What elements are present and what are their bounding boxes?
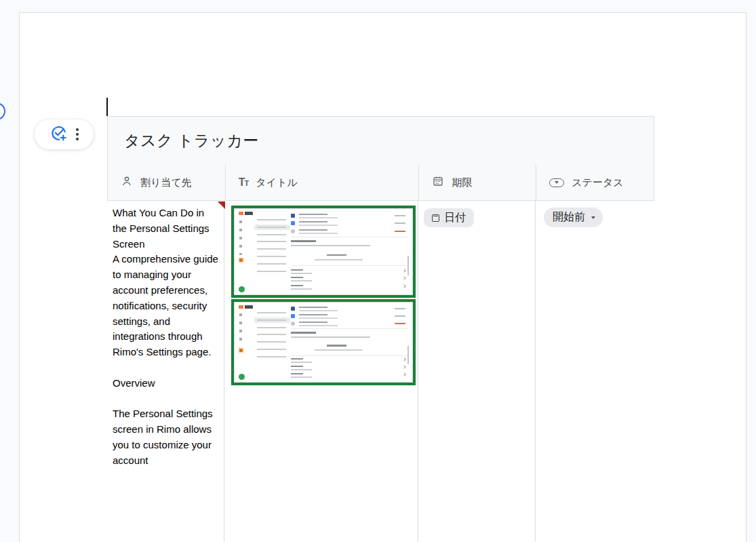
settings-screenshot-preview [234,302,413,383]
column-label: タイトル [256,176,297,189]
check-circle-plus-icon [49,124,68,144]
text-format-icon: Tt [239,176,249,189]
table-title: タスク トラッカー [124,130,259,151]
settings-screenshot-preview [234,208,413,295]
calendar-small-icon [432,214,439,222]
column-header-due[interactable]: 期限 [418,165,536,200]
person-icon [121,175,133,190]
assignee-paragraph: A comprehensive guide to managing your a… [113,252,221,360]
column-divider [535,201,536,542]
more-options-button[interactable] [76,128,79,140]
calendar-icon [432,175,444,190]
task-title-image-1[interactable] [231,206,416,298]
column-divider [418,201,418,542]
table-hover-toolbar [34,119,94,150]
status-chip[interactable]: 開始前 [544,208,603,227]
due-date-chip-label: 日付 [444,211,466,225]
column-label: ステータス [572,176,623,189]
due-date-chip[interactable]: 日付 [424,208,474,227]
column-divider [224,201,224,542]
column-label: 期限 [452,176,472,189]
assignee-paragraph: What You Can Do in the Personal Settings… [113,206,221,252]
assignee-cell[interactable]: What You Can Do in the Personal Settings… [113,206,221,469]
column-header-status[interactable]: ステータス [536,165,654,200]
text-cursor [106,98,108,116]
dropdown-oval-icon [549,178,564,187]
status-chip-label: 開始前 [553,210,585,225]
column-header-title[interactable]: Tt タイトル [225,165,419,200]
assignee-paragraph: The Personal Settings screen in Rimo all… [113,406,221,468]
caret-down-icon [591,216,595,219]
column-label: 割り当て先 [140,176,192,189]
offscreen-floating-button[interactable] [0,102,5,120]
task-title-image-2[interactable] [231,299,416,385]
kebab-menu-icon [76,128,79,140]
table-header-row: 割り当て先 Tt タイトル 期限 ステータス [107,165,654,201]
column-header-assignee[interactable]: 割り当て先 [108,165,225,200]
add-task-button[interactable] [49,124,68,144]
table-title-row[interactable]: タスク トラッカー [107,116,654,166]
assignee-paragraph: Overview [113,376,221,391]
